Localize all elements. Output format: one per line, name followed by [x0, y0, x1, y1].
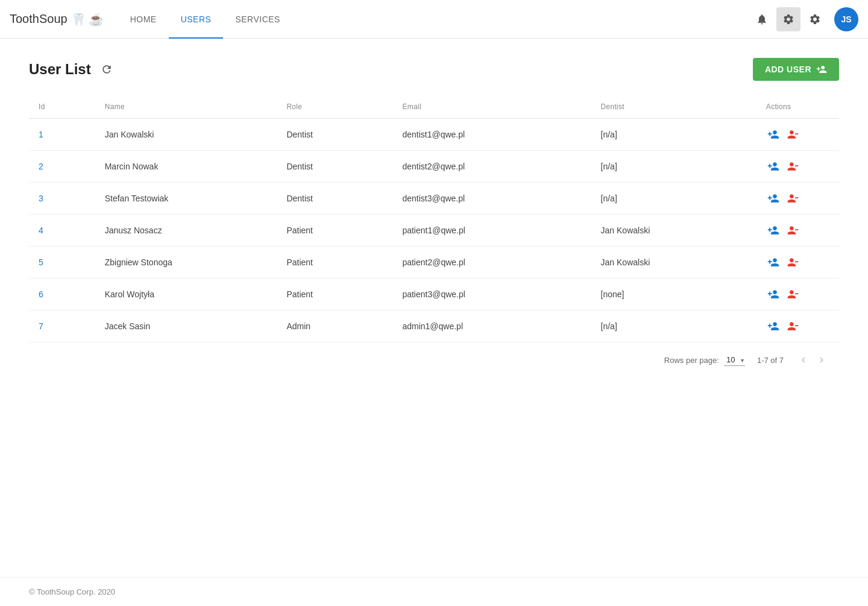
add-user-button[interactable]: ADD USER [753, 58, 839, 81]
edit-user-icon [767, 128, 779, 140]
notifications-button[interactable] [750, 7, 774, 31]
nav-home[interactable]: HOME [118, 0, 169, 39]
row-name: Marcin Nowak [95, 151, 277, 183]
row-dentist: [n/a] [591, 183, 756, 215]
row-name: Karol Wojtyła [95, 279, 277, 311]
user-avatar-button[interactable]: JS [834, 7, 858, 31]
edit-user-button[interactable] [766, 319, 781, 333]
delete-user-icon [787, 224, 799, 236]
col-header-role: Role [277, 95, 392, 119]
refresh-icon [101, 63, 113, 75]
bowl-icon: ☕ [89, 12, 104, 27]
table-row: 6Karol WojtyłaPatientpatient3@qwe.pl[non… [29, 279, 839, 311]
prev-page-button[interactable] [796, 352, 811, 368]
row-email: patient2@qwe.pl [392, 247, 591, 279]
row-role: Patient [277, 247, 392, 279]
delete-user-button[interactable] [785, 319, 800, 333]
row-role: Patient [277, 215, 392, 247]
row-role: Dentist [277, 119, 392, 151]
row-actions [756, 279, 839, 311]
actions-cell [766, 159, 829, 174]
table-row: 7Jacek SasinAdminadmin1@qwe.pl[n/a] [29, 311, 839, 342]
row-id-link[interactable]: 2 [39, 162, 43, 171]
settings-active-button[interactable] [776, 7, 800, 31]
row-id-link[interactable]: 3 [39, 194, 43, 203]
row-dentist: Jan Kowalski [591, 215, 756, 247]
edit-user-button[interactable] [766, 223, 781, 238]
col-header-name: Name [95, 95, 277, 119]
rows-per-page-select[interactable]: 10 5 25 50 [724, 354, 745, 366]
table-row: 3Stefan TestowiakDentistdentist3@qwe.pl[… [29, 183, 839, 215]
col-header-dentist: Dentist [591, 95, 756, 119]
row-email: dentist2@qwe.pl [392, 151, 591, 183]
brand-icons: 🦷 ☕ [71, 12, 104, 27]
edit-user-button[interactable] [766, 127, 781, 142]
row-dentist: [n/a] [591, 151, 756, 183]
row-id-link[interactable]: 4 [39, 226, 43, 235]
nav-users[interactable]: USERS [169, 0, 224, 39]
row-role: Dentist [277, 183, 392, 215]
page-title-area: User List [29, 61, 115, 78]
next-page-button[interactable] [814, 352, 829, 368]
delete-user-button[interactable] [785, 255, 800, 270]
table-row: 2Marcin NowakDentistdentist2@qwe.pl[n/a] [29, 151, 839, 183]
page-header: User List ADD USER [29, 58, 839, 81]
navbar: ToothSoup 🦷 ☕ HOME USERS SERVICES JS [0, 0, 868, 39]
refresh-button[interactable] [98, 61, 115, 78]
row-id-link[interactable]: 6 [39, 289, 43, 299]
settings-button[interactable] [803, 7, 827, 31]
pagination-area: Rows per page: 10 5 25 50 1-7 of 7 [29, 342, 839, 368]
table-row: 1Jan KowalskiDentistdentist1@qwe.pl[n/a] [29, 119, 839, 151]
row-email: dentist3@qwe.pl [392, 183, 591, 215]
row-role: Patient [277, 279, 392, 311]
delete-user-button[interactable] [785, 159, 800, 174]
edit-user-icon [767, 224, 779, 236]
table-body: 1Jan KowalskiDentistdentist1@qwe.pl[n/a]… [29, 119, 839, 342]
brand-name: ToothSoup [10, 12, 68, 26]
rows-select-wrapper: 10 5 25 50 [724, 354, 745, 366]
row-actions [756, 215, 839, 247]
page-info: 1-7 of 7 [757, 356, 784, 365]
notifications-icon [756, 13, 768, 25]
row-email: patient1@qwe.pl [392, 215, 591, 247]
delete-user-button[interactable] [785, 287, 800, 301]
next-page-icon [816, 355, 827, 365]
edit-user-button[interactable] [766, 255, 781, 270]
footer-text: © ToothSoup Corp. 2020 [29, 587, 115, 596]
actions-cell [766, 127, 829, 142]
footer: © ToothSoup Corp. 2020 [0, 577, 868, 606]
edit-user-icon [767, 320, 779, 332]
row-name: Zbigniew Stonoga [95, 247, 277, 279]
delete-user-button[interactable] [785, 223, 800, 238]
row-role: Dentist [277, 151, 392, 183]
nav-services[interactable]: SERVICES [223, 0, 292, 39]
row-dentist: [none] [591, 279, 756, 311]
delete-user-icon [787, 128, 799, 140]
row-id-link[interactable]: 1 [39, 130, 43, 139]
brand: ToothSoup 🦷 ☕ [10, 12, 104, 27]
row-id-link[interactable]: 7 [39, 321, 43, 331]
actions-cell [766, 191, 829, 206]
row-dentist: Jan Kowalski [591, 247, 756, 279]
row-actions [756, 151, 839, 183]
delete-user-button[interactable] [785, 127, 800, 142]
table-row: 5Zbigniew StonogaPatientpatient2@qwe.plJ… [29, 247, 839, 279]
row-dentist: [n/a] [591, 311, 756, 342]
row-email: admin1@qwe.pl [392, 311, 591, 342]
delete-user-icon [787, 288, 799, 300]
actions-cell [766, 287, 829, 301]
edit-user-button[interactable] [766, 159, 781, 174]
row-name: Jan Kowalski [95, 119, 277, 151]
row-actions [756, 119, 839, 151]
table-header-row: Id Name Role Email Dentist Actions [29, 95, 839, 119]
actions-cell [766, 223, 829, 238]
edit-user-button[interactable] [766, 287, 781, 301]
edit-user-icon [767, 192, 779, 204]
delete-user-button[interactable] [785, 191, 800, 206]
row-email: patient3@qwe.pl [392, 279, 591, 311]
edit-user-button[interactable] [766, 191, 781, 206]
user-table: Id Name Role Email Dentist Actions 1Jan … [29, 95, 839, 342]
row-role: Admin [277, 311, 392, 342]
row-id-link[interactable]: 5 [39, 257, 43, 267]
row-actions [756, 311, 839, 342]
